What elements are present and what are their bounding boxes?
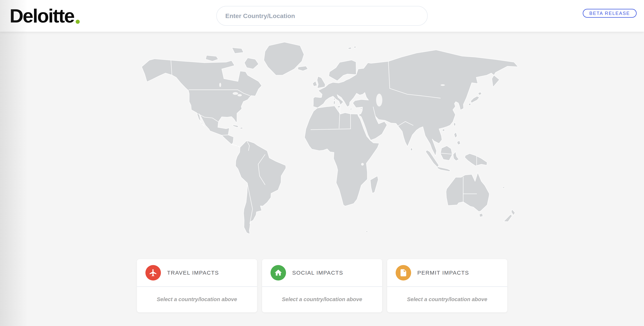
social-impacts-card: SOCIAL IMPACTS Select a country/location… <box>262 259 382 312</box>
home-icon <box>270 265 286 281</box>
permit-impacts-empty-state: Select a country/location above <box>387 287 507 312</box>
mindanao <box>457 141 460 145</box>
airplane-icon <box>146 265 161 281</box>
social-impacts-title: SOCIAL IMPACTS <box>292 270 343 276</box>
travel-impacts-empty-state: Select a country/location above <box>137 287 257 312</box>
franz-josef-land <box>354 46 356 48</box>
cyprus <box>360 108 362 109</box>
new-zealand-north <box>511 209 515 215</box>
madagascar <box>370 176 378 193</box>
sardinia <box>334 101 335 104</box>
sumatra <box>426 150 439 167</box>
lake-winnipeg <box>219 83 221 87</box>
tasmania <box>480 213 483 217</box>
social-impacts-header[interactable]: SOCIAL IMPACTS <box>262 259 382 286</box>
travel-impacts-card: TRAVEL IMPACTS Select a country/location… <box>137 259 257 312</box>
australia <box>446 172 489 211</box>
ireland <box>312 81 317 86</box>
sulawesi <box>453 152 459 161</box>
world-map[interactable] <box>128 40 518 241</box>
country-search-input[interactable] <box>216 6 428 26</box>
corsica <box>334 98 335 100</box>
new-caledonia <box>502 186 505 188</box>
caspian-sea <box>376 94 382 107</box>
crete <box>349 109 352 110</box>
north-america <box>142 59 262 147</box>
lake-baikal <box>441 84 445 86</box>
kerguelen-island <box>366 231 368 233</box>
java <box>437 167 450 171</box>
greenland <box>264 42 304 75</box>
app-header: Deloitte BETA RELEASE <box>0 0 644 32</box>
hainan <box>442 129 445 131</box>
iceland <box>298 66 308 71</box>
south-america <box>236 141 286 234</box>
luzon <box>454 132 457 138</box>
new-zealand-south <box>504 214 512 222</box>
beta-release-label: BETA RELEASE <box>590 11 630 16</box>
lake-victoria <box>361 163 364 165</box>
taiwan <box>454 123 456 126</box>
beta-release-badge: BETA RELEASE <box>583 9 636 18</box>
impact-cards-row: TRAVEL IMPACTS Select a country/location… <box>0 259 644 312</box>
permit-impacts-title: PERMIT IMPACTS <box>418 270 469 276</box>
green-dot-icon <box>76 20 80 24</box>
japan-honshu <box>470 96 480 103</box>
svalbard <box>348 47 352 49</box>
travel-impacts-title: TRAVEL IMPACTS <box>167 270 219 276</box>
sicily <box>337 106 340 108</box>
great-lakes-east <box>238 94 242 97</box>
sri-lanka <box>410 148 412 151</box>
cuba <box>233 125 239 127</box>
baffin-island <box>244 58 258 69</box>
hispaniola <box>240 127 243 129</box>
social-impacts-empty-state: Select a country/location above <box>262 287 382 312</box>
permit-impacts-card: PERMIT IMPACTS Select a country/location… <box>387 259 507 312</box>
document-icon <box>396 265 411 281</box>
deloitte-logo-text: Deloitte <box>10 6 74 25</box>
victoria-island <box>206 55 218 61</box>
japan-kyushu <box>469 103 471 106</box>
great-britain <box>317 76 325 88</box>
permit-impacts-header[interactable]: PERMIT IMPACTS <box>387 259 507 286</box>
travel-impacts-header[interactable]: TRAVEL IMPACTS <box>137 259 257 286</box>
map-landmasses <box>142 42 518 234</box>
japan-hokkaido <box>478 92 482 95</box>
ellesmere-island <box>232 47 244 53</box>
new-guinea <box>465 154 487 166</box>
world-map-svg[interactable] <box>128 40 518 241</box>
deloitte-logo[interactable]: Deloitte <box>10 0 80 32</box>
great-lakes-west <box>233 92 238 95</box>
